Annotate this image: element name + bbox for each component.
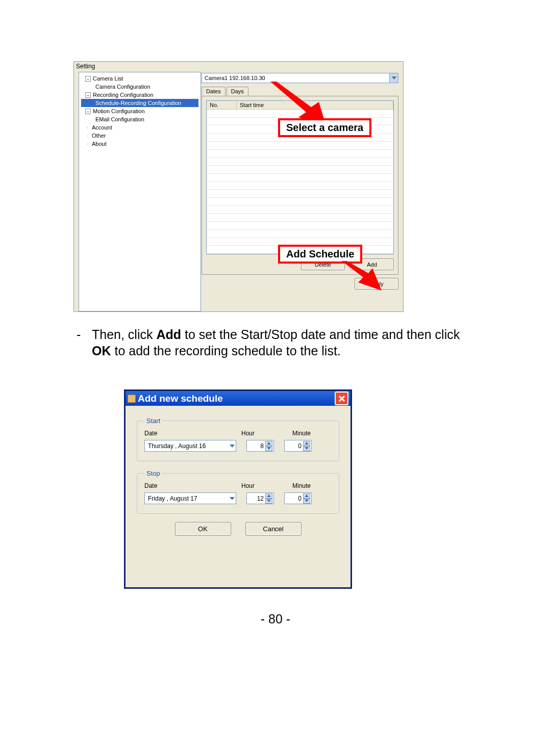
callout-select-camera: Select a camera	[278, 118, 371, 137]
table-row[interactable]	[207, 158, 393, 166]
chevron-down-icon[interactable]	[303, 446, 310, 451]
collapse-icon[interactable]: -	[85, 76, 91, 82]
tree-item-label: About	[92, 141, 107, 147]
col-no[interactable]: No.	[207, 101, 237, 110]
tree-item-label: Other	[92, 133, 106, 139]
tree-item-label: Camera Configuration	[95, 84, 151, 90]
tree-item[interactable]: ·Other	[81, 132, 198, 140]
label-hour: Hour	[241, 430, 292, 437]
label-minute: Minute	[292, 430, 311, 437]
chevron-up-icon[interactable]	[303, 493, 310, 499]
start-group: Start Date Hour Minute Thursday , August…	[137, 417, 339, 461]
dialog-title: Add new schedule	[136, 393, 223, 404]
tree-item-label: Motion Configuration	[93, 108, 145, 114]
table-row[interactable]	[207, 190, 393, 198]
svg-marker-7	[267, 447, 271, 450]
tab-days[interactable]: Days	[227, 87, 248, 96]
tab-dates[interactable]: Dates	[202, 87, 226, 96]
tree-item[interactable]: -Motion Configuration	[81, 107, 198, 115]
tree-item-label: Schedule-Recording Configuration	[95, 100, 181, 106]
start-legend: Start	[144, 417, 162, 425]
stop-legend: Stop	[144, 470, 162, 477]
table-row[interactable]	[207, 198, 393, 206]
label-date: Date	[144, 482, 241, 489]
start-minute-spinner[interactable]: 0	[284, 440, 312, 452]
table-row[interactable]	[207, 214, 393, 222]
chevron-up-icon[interactable]	[265, 441, 272, 446]
close-button[interactable]	[335, 392, 348, 405]
svg-marker-8	[305, 442, 309, 445]
svg-marker-14	[305, 500, 309, 502]
tree-item[interactable]: Camera Configuration	[81, 83, 198, 91]
tree-item[interactable]: Schedule-Recording Configuration	[81, 99, 198, 107]
tree-item[interactable]: -Recording Configuration	[81, 91, 198, 99]
label-hour: Hour	[241, 482, 292, 489]
stop-date-picker[interactable]: Friday , August 17	[144, 492, 236, 504]
label-minute: Minute	[292, 482, 311, 489]
stop-minute-spinner[interactable]: 0	[284, 492, 312, 504]
stop-hour-spinner[interactable]: 12	[246, 492, 274, 504]
chevron-up-icon[interactable]	[303, 441, 310, 446]
chevron-down-icon[interactable]	[389, 73, 398, 83]
table-row[interactable]	[207, 206, 393, 214]
chevron-down-icon	[230, 497, 235, 500]
tree-item-label: Camera List	[93, 75, 123, 82]
chevron-down-icon[interactable]	[265, 499, 272, 504]
svg-marker-10	[230, 497, 235, 500]
dialog-icon	[128, 395, 136, 403]
table-row[interactable]	[207, 174, 393, 182]
chevron-down-icon[interactable]	[303, 499, 310, 504]
start-hour-spinner[interactable]: 8	[246, 440, 274, 452]
page-number: - 80 -	[0, 612, 551, 627]
add-schedule-dialog: Add new schedule Start Date Hour Minute …	[124, 389, 352, 589]
window-title: Setting	[74, 62, 403, 72]
tree-item-label: EMail Configuration	[95, 116, 144, 122]
collapse-icon[interactable]: -	[85, 109, 91, 114]
ok-button[interactable]: OK	[175, 522, 231, 536]
svg-marker-5	[230, 445, 235, 448]
tree-item-label: Account	[92, 124, 112, 131]
svg-marker-0	[392, 76, 396, 80]
start-date-picker[interactable]: Thursday , August 16	[144, 440, 236, 452]
table-row[interactable]	[207, 181, 393, 190]
svg-marker-12	[267, 500, 271, 502]
table-row[interactable]	[207, 142, 393, 150]
cancel-button[interactable]: Cancel	[245, 522, 302, 536]
settings-tree[interactable]: -Camera ListCamera Configuration-Recordi…	[79, 72, 201, 311]
chevron-down-icon[interactable]	[265, 446, 272, 451]
stop-group: Stop Date Hour Minute Friday , August 17…	[137, 470, 339, 514]
chevron-down-icon	[230, 445, 235, 448]
tree-item[interactable]: EMail Configuration	[81, 115, 198, 123]
tree-item[interactable]: ·About	[81, 140, 198, 148]
camera-select-value: Camera1 192.168.10.30	[202, 75, 389, 81]
chevron-up-icon[interactable]	[265, 493, 272, 499]
svg-marker-6	[267, 442, 271, 445]
close-icon	[338, 395, 345, 402]
svg-marker-11	[267, 494, 271, 497]
svg-marker-2	[342, 261, 382, 291]
svg-marker-13	[305, 494, 309, 497]
tree-item-label: Recording Configuration	[93, 92, 154, 98]
table-row[interactable]	[207, 150, 393, 158]
arrow-to-add-button	[342, 261, 383, 292]
svg-marker-9	[305, 447, 309, 450]
table-row[interactable]	[207, 230, 393, 238]
tree-item[interactable]: -Camera List	[81, 74, 198, 83]
table-row[interactable]	[207, 222, 393, 230]
instruction-text: - Then, click Add to set the Start/Stop …	[92, 326, 474, 359]
table-row[interactable]	[207, 166, 393, 174]
dialog-titlebar[interactable]: Add new schedule	[126, 391, 350, 406]
label-date: Date	[144, 430, 241, 437]
collapse-icon[interactable]: -	[85, 92, 91, 98]
tree-item[interactable]: ·Account	[81, 123, 198, 132]
